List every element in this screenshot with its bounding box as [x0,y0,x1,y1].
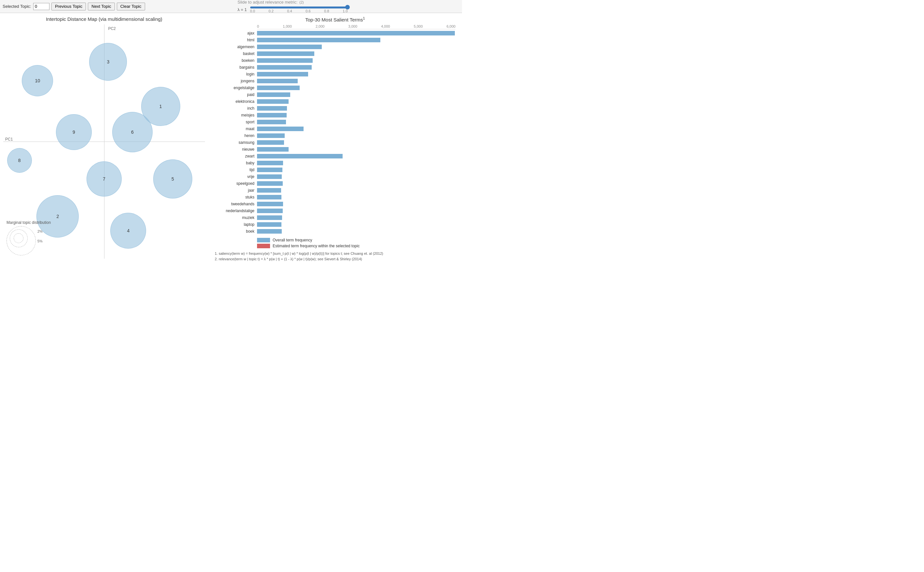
legend-color-estimated [257,244,270,248]
bubble-topic-8[interactable]: 8 [7,148,32,173]
bar-row: ajax [257,30,455,36]
marginal-circle-inner [14,233,23,243]
bar-label-boek: boek [215,229,257,234]
bars-container: ajaxhtmlalgemeenbasketboekenbargainslogi… [257,30,455,235]
bar-track-boek [257,229,455,234]
header-bar: Selected Topic: Previous Topic Next Topi… [0,0,462,13]
bar-fill-muziek [257,215,282,220]
bar-row: nederlandstalige [257,208,455,214]
bar-label-algemeen: algemeen [215,45,257,49]
bar-track-meisjes [257,113,455,117]
tick-0: 0.0 [250,9,255,13]
bar-track-nieuwe [257,147,455,152]
bar-track-elektronica [257,99,455,104]
bar-fill-jaar [257,188,281,193]
topic-input[interactable] [33,3,50,10]
bar-track-inch [257,106,455,110]
chart-legend: Overall term frequency Estimated term fr… [257,238,455,248]
bar-fill-elektronica [257,99,289,104]
bar-label-jongens: jongens [215,79,257,83]
bar-fill-bargains [257,65,312,70]
bar-label-login: login [215,72,257,76]
bubble-topic-9[interactable]: 9 [56,114,92,150]
bar-track-ajax [257,31,455,36]
bar-row: tweedehands [257,201,455,207]
bubble-topic-6[interactable]: 6 [112,112,152,152]
clear-topic-button[interactable]: Clear Topic [117,3,145,11]
bar-row: login [257,71,455,78]
bar-label-paid: paid [215,92,257,97]
bar-track-maat [257,127,455,131]
bar-label-html: html [215,38,257,42]
previous-topic-button[interactable]: Previous Topic [51,3,86,11]
bar-row: maat [257,126,455,132]
bar-fill-html [257,38,380,42]
x-tick-5,000: 5,000 [414,25,423,28]
bar-row: elektronica [257,98,455,105]
x-tick-2,000: 2,000 [315,25,325,28]
bar-row: heren [257,132,455,139]
bar-track-login [257,72,455,76]
slider-superscript: (2) [299,0,304,4]
bar-fill-algemeen [257,45,322,49]
next-topic-button[interactable]: Next Topic [88,3,115,11]
pc2-label: PC2 [108,26,115,31]
bar-row: algemeen [257,44,455,50]
bar-fill-laptop [257,222,281,227]
legend-item-estimated: Estimated term frequency within the sele… [257,244,455,248]
bar-label-zwart: zwart [215,154,257,159]
tick-1: 0.2 [269,9,273,13]
slider-track[interactable] [250,6,348,8]
header-controls-right: Slide to adjust relevance metric: (2) λ … [225,0,460,13]
bar-label-boeken: boeken [215,58,257,63]
bar-track-jaar [257,188,455,193]
bar-fill-paid [257,92,290,97]
bar-row: basket [257,50,455,57]
x-axis: 01,0002,0003,0004,0005,0006,000 [257,25,455,29]
bar-fill-baby [257,161,283,165]
slider-ticks: 0.0 0.2 0.4 0.6 0.8 1.0 [250,9,348,13]
x-tick-1,000: 1,000 [283,25,292,28]
bar-row: jaar [257,187,455,194]
bar-row: meisjes [257,112,455,118]
bar-label-stuks: stuks [215,195,257,199]
bar-label-nederlandstalige: nederlandstalige [215,208,257,213]
marginal-circles-area: 2% 5% [6,226,49,255]
bar-fill-inch [257,106,287,110]
bubble-topic-7[interactable]: 7 [87,162,122,196]
bar-label-maat: maat [215,127,257,131]
selected-topic-label: Selected Topic: [3,4,31,9]
bar-row: baby [257,160,455,166]
legend-label-estimated: Estimated term frequency within the sele… [273,244,360,248]
x-tick-4,000: 4,000 [381,25,390,28]
bar-fill-maat [257,127,304,131]
bubble-topic-10[interactable]: 10 [22,65,53,96]
bar-track-paid [257,92,455,97]
bar-track-zwart [257,154,455,159]
marginal-label-5pct: 5% [37,239,43,243]
bar-track-bargains [257,65,455,70]
bar-label-meisjes: meisjes [215,113,257,117]
bar-row: bargains [257,64,455,71]
bar-fill-nederlandstalige [257,208,283,213]
scatter-area: PC1 PC2 12345678910 Marginal topic distr… [3,25,205,259]
tick-5: 1.0 [343,9,348,13]
bar-row: muziek [257,214,455,221]
footnotes: 1. saliency(term w) = frequency(w) * [su… [215,251,455,261]
bar-label-laptop: laptop [215,222,257,227]
bar-row: paid [257,92,455,98]
bar-fill-login [257,72,308,76]
bubble-topic-4[interactable]: 4 [110,213,146,249]
bar-row: inch [257,105,455,112]
bar-label-bargains: bargains [215,65,257,70]
marginal-title: Marginal topic distribution [6,220,51,225]
bar-fill-ajax [257,31,455,36]
bubble-topic-3[interactable]: 3 [89,43,127,81]
bar-row: boeken [257,57,455,64]
slider-fill [250,6,348,8]
bar-fill-vrije [257,174,282,179]
bubble-topic-5[interactable]: 5 [153,159,192,199]
tick-3: 0.6 [306,9,311,13]
bar-row: samsung [257,139,455,146]
bar-track-tijd [257,168,455,172]
